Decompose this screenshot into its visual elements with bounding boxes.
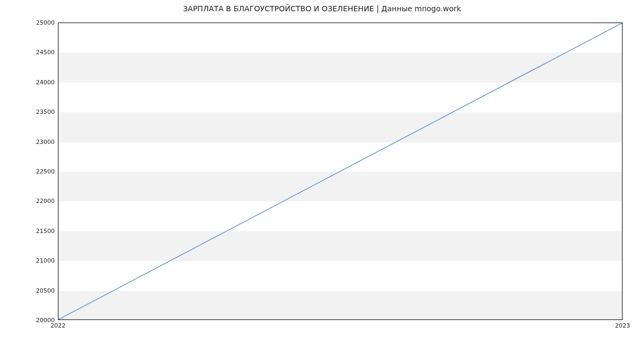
chart-container: ЗАРПЛАТА В БЛАГОУСТРОЙСТВО И ОЗЕЛЕНЕНИЕ … [0, 0, 644, 349]
x-tick-label: 2022 [50, 322, 65, 329]
y-tick-label: 22000 [28, 198, 55, 205]
y-tick-label: 23500 [28, 108, 55, 115]
chart-title: ЗАРПЛАТА В БЛАГОУСТРОЙСТВО И ОЗЕЛЕНЕНИЕ … [0, 4, 644, 13]
y-tick-label: 23000 [28, 138, 55, 145]
y-tick-label: 25000 [28, 19, 55, 26]
line-series [58, 23, 622, 319]
plot-area [58, 23, 623, 320]
y-tick-label: 24000 [28, 78, 55, 85]
y-tick-label: 22500 [28, 168, 55, 175]
x-tick-label: 2023 [615, 322, 630, 329]
y-tick-label: 21500 [28, 227, 55, 234]
y-tick-label: 20500 [28, 287, 55, 294]
series-line [58, 23, 622, 319]
y-tick-label: 24500 [28, 49, 55, 56]
y-tick-label: 21000 [28, 257, 55, 264]
